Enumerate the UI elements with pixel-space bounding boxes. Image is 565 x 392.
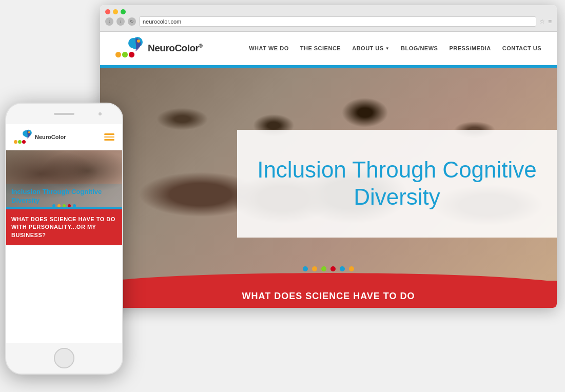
svg-point-7 — [28, 131, 30, 133]
hero-title: Inclusion Through Cognitive Diversity — [247, 156, 547, 211]
nav-what-we-do[interactable]: WHAT WE DO — [249, 45, 289, 51]
browser-toolbar: ‹ › ↻ neurocolor.com ☆ ≡ — [100, 16, 557, 30]
maximize-button[interactable] — [121, 9, 126, 14]
mobile-brain-icon — [22, 129, 32, 140]
address-bar[interactable]: neurocolor.com — [139, 16, 536, 27]
desktop-nav: WHAT WE DO THE SCIENCE ABOUT US ▼ BLOG/N… — [249, 45, 541, 51]
refresh-button[interactable]: ↻ — [128, 17, 136, 26]
nav-the-science[interactable]: THE SCIENCE — [300, 45, 341, 51]
mobile-hero-title: Inclusion Through Cognitive Diversity — [11, 188, 117, 205]
mobile-dot-5[interactable] — [73, 204, 76, 207]
hero-top-border — [100, 65, 557, 68]
hero-dot-4[interactable] — [330, 266, 336, 271]
phone-bottom-bar — [6, 343, 122, 374]
hero-overlay: Inclusion Through Cognitive Diversity — [237, 130, 557, 238]
forward-button[interactable]: › — [116, 17, 125, 26]
hero-dot-6[interactable] — [349, 266, 354, 271]
mobile-red-text: WHAT DOES SCIENCE HAVE TO DO WITH PERSON… — [11, 215, 117, 239]
bookmark-icon[interactable]: ☆ — [539, 18, 545, 25]
hero-dot-2[interactable] — [312, 266, 317, 271]
red-section: WHAT DOES SCIENCE HAVE TO DO — [100, 281, 557, 308]
nav-contact-us[interactable]: CONTACT US — [502, 45, 541, 51]
phone-camera — [99, 112, 102, 115]
hero-dot-1[interactable] — [303, 266, 308, 271]
close-button[interactable] — [105, 9, 110, 14]
chevron-down-icon: ▼ — [385, 46, 389, 51]
desktop-logo: NeuroColor® — [115, 37, 202, 60]
mobile-dot-2[interactable] — [57, 204, 61, 207]
mobile-logo-icon — [14, 129, 32, 145]
hero-dot-5[interactable] — [340, 266, 345, 271]
desktop-browser: ‹ › ↻ neurocolor.com ☆ ≡ — [100, 5, 557, 308]
mobile-phone: NeuroColor Inclusion Through Cognitive D… — [5, 103, 123, 375]
website-header: NeuroColor® WHAT WE DO THE SCIENCE ABOUT… — [100, 32, 557, 65]
red-section-text: WHAT DOES SCIENCE HAVE TO DO — [242, 291, 415, 302]
hero-slider-dots — [303, 266, 354, 271]
mobile-dot-4[interactable] — [68, 204, 71, 207]
logo-brain-icon — [127, 37, 144, 52]
hero-section: Inclusion Through Cognitive Diversity — [100, 65, 557, 281]
mobile-logo: NeuroColor — [14, 129, 66, 145]
mobile-red-section: WHAT DOES SCIENCE HAVE TO DO WITH PERSON… — [6, 209, 122, 245]
logo-dot-green — [122, 52, 128, 57]
hero-dot-3[interactable] — [321, 266, 326, 271]
mobile-slider-dots — [52, 204, 76, 207]
mobile-dot-3[interactable] — [63, 204, 66, 207]
back-button[interactable]: ‹ — [105, 17, 113, 26]
nav-press-media[interactable]: PRESS/MEDIA — [449, 45, 491, 51]
hamburger-line-1 — [104, 133, 114, 135]
phone-home-button[interactable] — [54, 348, 74, 368]
mobile-dot-1[interactable] — [52, 204, 55, 207]
logo-icon-container — [115, 37, 144, 60]
mobile-header: NeuroColor — [6, 124, 122, 150]
menu-icon[interactable]: ≡ — [548, 18, 552, 25]
mobile-hero-section: Inclusion Through Cognitive Diversity — [6, 150, 122, 209]
logo-text-desktop: NeuroColor® — [148, 43, 202, 54]
hamburger-line-2 — [104, 136, 114, 138]
hamburger-line-3 — [104, 139, 114, 141]
svg-point-3 — [137, 40, 140, 43]
traffic-lights — [100, 5, 557, 16]
phone-top-bar — [6, 104, 122, 124]
website-content: NeuroColor® WHAT WE DO THE SCIENCE ABOUT… — [100, 32, 557, 308]
logo-dots — [115, 52, 134, 57]
minimize-button[interactable] — [113, 9, 118, 14]
nav-about-us[interactable]: ABOUT US ▼ — [352, 45, 389, 51]
browser-chrome: ‹ › ↻ neurocolor.com ☆ ≡ — [100, 5, 557, 32]
logo-dot-orange — [115, 52, 121, 57]
phone-screen: NeuroColor Inclusion Through Cognitive D… — [6, 124, 122, 343]
logo-dot-red — [129, 52, 134, 57]
phone-speaker — [54, 113, 74, 115]
mobile-logo-text: NeuroColor — [35, 134, 66, 140]
nav-blog-news[interactable]: BLOG/NEWS — [401, 45, 438, 51]
hamburger-menu-button[interactable] — [104, 133, 114, 141]
